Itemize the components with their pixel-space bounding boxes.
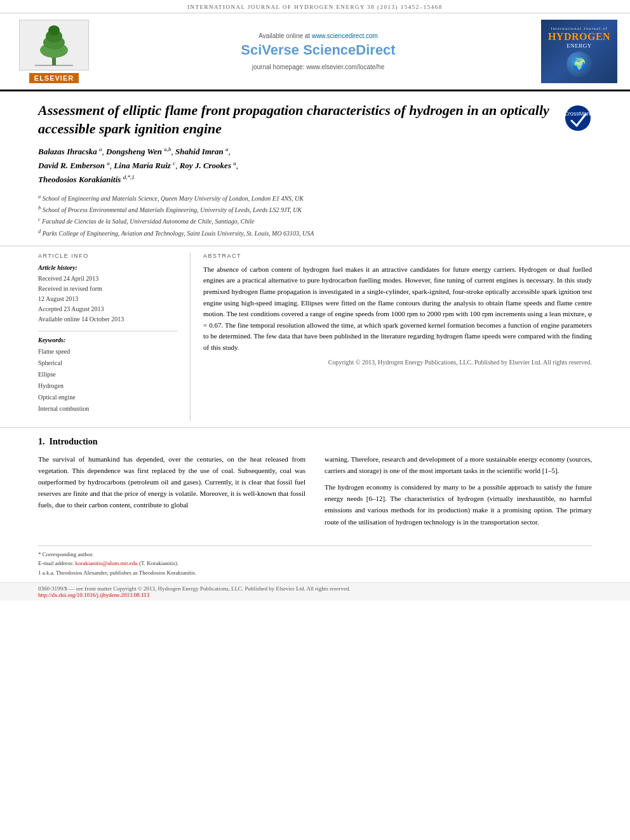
available-online-label: Available online at <box>258 32 310 39</box>
authors: Balazas Ihracska a, Dongsheng Wen a,b, S… <box>38 144 592 186</box>
sciverse-title: SciVerse ScienceDirect <box>102 42 535 58</box>
issn-line: 0360-3199/$ — see front matter Copyright… <box>38 585 592 592</box>
intro-left-para1: The survival of humankind has depended, … <box>38 453 305 511</box>
elsevier-label: ELSEVIER <box>29 73 79 83</box>
elsevier-tree-graphic <box>19 20 89 70</box>
keywords-section: Keywords: Flame speed Spherical Ellipse … <box>38 337 177 415</box>
intro-right-para1: warning. Therefore, research and develop… <box>325 453 592 476</box>
affiliation-c: c Facultad de Ciencias de la Salud, Univ… <box>38 216 592 226</box>
section-title: Introduction <box>50 437 98 446</box>
keyword-spherical: Spherical <box>38 357 177 369</box>
received-revised-label: Received in revised form <box>38 284 177 294</box>
article-info-header: ARTICLE INFO <box>38 253 177 259</box>
crossmark-logo: CrossMark <box>564 104 592 132</box>
logo-hydrogen-text: HYDROGEN <box>548 31 610 43</box>
intro-right-col: warning. Therefore, research and develop… <box>325 453 592 533</box>
email-suffix: (T. Korakianitis). <box>138 560 178 566</box>
journal-header-text: INTERNATIONAL JOURNAL OF HYDROGEN ENERGY… <box>187 4 443 10</box>
intro-two-col: The survival of humankind has depended, … <box>38 453 592 533</box>
email-label: E-mail address: <box>38 560 75 566</box>
sciverse-part1: SciVerse <box>241 42 299 58</box>
article-info-column: ARTICLE INFO Article history: Received 2… <box>38 253 191 421</box>
sciverse-part2: ScienceDirect <box>299 42 396 58</box>
abstract-header: ABSTRACT <box>203 253 592 259</box>
info-divider <box>38 331 177 331</box>
doi-link[interactable]: http://dx.doi.org/10.1016/j.ijhydene.201… <box>38 592 149 598</box>
doi-line: http://dx.doi.org/10.1016/j.ijhydene.201… <box>38 592 592 598</box>
journal-header: INTERNATIONAL JOURNAL OF HYDROGEN ENERGY… <box>0 0 630 13</box>
footnote1-line: 1 a.k.a. Theodosios Alexander, publishes… <box>38 568 592 577</box>
globe-icon: 🌍 <box>566 51 592 77</box>
received-revised-date: 12 August 2013 <box>38 294 177 304</box>
banner-row: ELSEVIER Available online at www.science… <box>0 13 630 91</box>
bottom-bar: 0360-3199/$ — see front matter Copyright… <box>0 582 630 601</box>
article-info-abstract-row: ARTICLE INFO Article history: Received 2… <box>0 246 630 428</box>
article-title: Assessment of elliptic flame front propa… <box>38 102 558 138</box>
affiliation-d: d Parks College of Engineering, Aviation… <box>38 228 592 238</box>
email-link[interactable]: korakianitis@alum.mit.edu <box>75 560 137 566</box>
intro-section-title: 1. Introduction <box>38 437 592 447</box>
available-online-date: Available online 14 October 2013 <box>38 314 177 324</box>
history-label: Article history: <box>38 264 177 271</box>
keywords-label: Keywords: <box>38 337 177 343</box>
intro-left-col: The survival of humankind has depended, … <box>38 453 305 533</box>
email-line: E-mail address: korakianitis@alum.mit.ed… <box>38 559 592 568</box>
abstract-text: The absence of carbon content of hydroge… <box>203 264 592 368</box>
corresponding-label: * Corresponding author. <box>38 551 93 557</box>
svg-point-4 <box>48 25 60 36</box>
intro-right-para2: The hydrogen economy is considered by ma… <box>325 481 592 528</box>
abstract-column: ABSTRACT The absence of carbon content o… <box>191 253 592 421</box>
accepted-date: Accepted 23 August 2013 <box>38 304 177 314</box>
hydrogen-energy-logo: International Journal of HYDROGEN ENERGY… <box>541 20 617 83</box>
banner-center: Available online at www.sciencedirect.co… <box>102 32 535 70</box>
keyword-optical-engine: Optical engine <box>38 392 177 403</box>
keyword-flame-speed: Flame speed <box>38 346 177 357</box>
received-date: Received 24 April 2013 <box>38 274 177 284</box>
keyword-ellipse: Ellipse <box>38 369 177 380</box>
affiliation-b: b School of Process Environmental and Ma… <box>38 204 592 215</box>
keyword-hydrogen: Hydrogen <box>38 380 177 392</box>
logo-ij-text: International Journal of <box>551 26 608 31</box>
intro-right-para1-text: warning. Therefore, research and develop… <box>325 455 592 474</box>
journal-homepage: journal homepage: www.elsevier.com/locat… <box>102 63 535 70</box>
svg-text:CrossMark: CrossMark <box>564 110 592 117</box>
available-online-text: Available online at www.sciencedirect.co… <box>102 32 535 39</box>
elsevier-logo: ELSEVIER <box>13 20 95 83</box>
abstract-paragraph: The absence of carbon content of hydroge… <box>203 264 592 354</box>
keyword-internal-combustion: Internal combustion <box>38 403 177 415</box>
article-history-section: Article history: Received 24 April 2013 … <box>38 264 177 324</box>
affiliation-a: a School of Engineering and Materials Sc… <box>38 193 592 203</box>
svg-point-6 <box>565 105 591 131</box>
introduction-section: 1. Introduction The survival of humankin… <box>0 428 630 539</box>
section-number: 1. <box>38 437 45 446</box>
title-row: Assessment of elliptic flame front propa… <box>38 102 592 138</box>
logo-energy-text: ENERGY <box>566 43 592 49</box>
corresponding-author-line: * Corresponding author. <box>38 550 592 559</box>
copyright-line: Copyright © 2013, Hydrogen Energy Public… <box>203 357 592 368</box>
affiliations: a School of Engineering and Materials Sc… <box>38 193 592 238</box>
sciverse-url-link[interactable]: www.sciencedirect.com <box>312 32 378 39</box>
footnotes: * Corresponding author. E-mail address: … <box>38 545 592 577</box>
article-area: Assessment of elliptic flame front propa… <box>0 91 630 246</box>
